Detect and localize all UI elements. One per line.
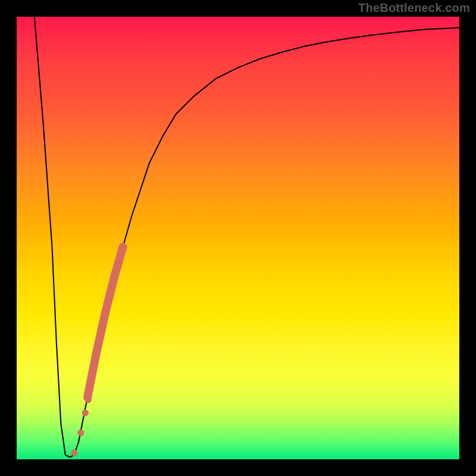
bottleneck-curve xyxy=(35,17,459,457)
marker-dot xyxy=(71,449,77,456)
watermark-text: TheBottleneck.com xyxy=(358,1,470,15)
marker-dot xyxy=(85,396,92,403)
chart-frame: TheBottleneck.com xyxy=(0,0,476,476)
plot-area xyxy=(17,17,459,459)
marker-dot xyxy=(82,409,89,416)
marker-dot xyxy=(77,430,84,436)
curve-svg xyxy=(17,17,459,459)
highlight-segment xyxy=(87,247,123,397)
